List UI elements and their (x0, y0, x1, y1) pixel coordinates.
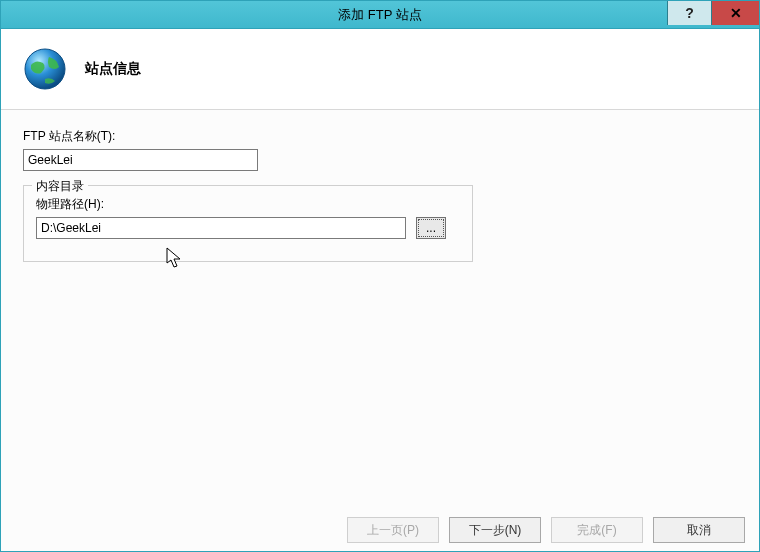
window-title: 添加 FTP 站点 (1, 6, 759, 24)
next-button[interactable]: 下一步(N) (449, 517, 541, 543)
prev-button: 上一页(P) (347, 517, 439, 543)
globe-icon (21, 45, 69, 93)
help-button[interactable]: ? (667, 1, 711, 25)
dialog-window: 添加 FTP 站点 ? ✕ 站点信息 FTP 站点名称(T): 内容目录 (0, 0, 760, 552)
physical-path-input[interactable] (36, 217, 406, 239)
physical-path-row: ... (36, 217, 460, 239)
finish-button: 完成(F) (551, 517, 643, 543)
window-controls: ? ✕ (667, 1, 759, 28)
titlebar: 添加 FTP 站点 ? ✕ (1, 1, 759, 29)
content-area: FTP 站点名称(T): 内容目录 物理路径(H): ... (1, 110, 759, 530)
physical-path-label: 物理路径(H): (36, 196, 460, 213)
site-name-label: FTP 站点名称(T): (23, 128, 737, 145)
site-name-input[interactable] (23, 149, 258, 171)
browse-button[interactable]: ... (416, 217, 446, 239)
close-button[interactable]: ✕ (711, 1, 759, 25)
page-title: 站点信息 (85, 60, 141, 78)
content-directory-group: 内容目录 物理路径(H): ... (23, 185, 473, 262)
cancel-button[interactable]: 取消 (653, 517, 745, 543)
wizard-header: 站点信息 (1, 29, 759, 110)
wizard-footer: 上一页(P) 下一步(N) 完成(F) 取消 (333, 509, 759, 551)
content-directory-legend: 内容目录 (32, 178, 88, 195)
